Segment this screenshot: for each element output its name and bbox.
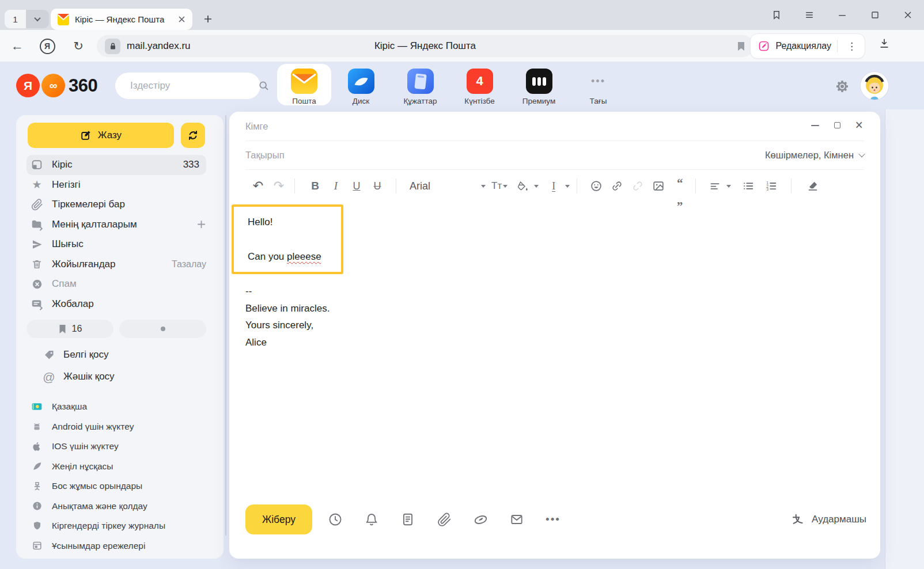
tab-list-button[interactable] — [26, 10, 49, 28]
link-login-journal[interactable]: Кіргендерді тіркеу журналы — [16, 516, 224, 536]
highlighted-text-region[interactable]: Hello! Can you pleeese — [232, 204, 343, 274]
underline-icon[interactable]: U — [346, 176, 367, 196]
bookmarks-pill[interactable]: 16 — [26, 320, 113, 338]
to-field[interactable]: Кімге — [245, 112, 268, 141]
sidebar-item-spam[interactable]: Спам — [16, 274, 224, 294]
body-line-2[interactable]: Can you pleeese — [248, 251, 321, 263]
yandex-home-icon[interactable]: Я — [38, 37, 56, 55]
translator-button[interactable]: Аудармашы — [790, 512, 866, 527]
bookmark-count: 16 — [72, 324, 82, 334]
font-family-select[interactable]: Arial — [410, 180, 486, 192]
reload-icon[interactable]: ↻ — [69, 37, 88, 55]
attach-from-disk-icon[interactable] — [473, 512, 488, 527]
link-ios[interactable]: IOS үшін жүктеу — [16, 437, 224, 457]
template-icon[interactable] — [400, 512, 415, 527]
app-mail[interactable]: Пошта — [277, 64, 331, 105]
user-avatar[interactable] — [861, 72, 888, 100]
app-disk[interactable]: Диск — [331, 64, 391, 105]
search-box[interactable] — [115, 73, 260, 99]
emoji-icon[interactable] — [586, 176, 607, 196]
kazakh-flag-icon — [31, 401, 43, 412]
schedule-send-icon[interactable] — [328, 512, 343, 527]
new-tab-button[interactable] — [199, 10, 217, 28]
add-label-item[interactable]: Белгі қосу — [16, 344, 224, 366]
link-recommendation-rules[interactable]: Ұсынымдар ережелері — [16, 536, 224, 556]
bullet-list-icon[interactable] — [738, 176, 759, 196]
link-vacancies[interactable]: Бос жұмыс орындары — [16, 476, 224, 496]
sidebar-scrollbar[interactable] — [225, 115, 226, 536]
undo-icon[interactable]: ↶ — [248, 176, 268, 196]
add-folder-icon[interactable] — [196, 219, 206, 229]
tab-close-icon[interactable] — [178, 16, 185, 23]
tab-count[interactable]: 1 — [5, 10, 26, 28]
sidebar-item-inbox[interactable]: Кіріс 333 — [26, 155, 206, 175]
search-input[interactable] — [130, 80, 257, 92]
dot-pill[interactable] — [119, 320, 206, 338]
sidebar-item-drafts[interactable]: Жобалар — [16, 294, 224, 314]
bookmarks-panel-icon[interactable] — [771, 9, 782, 21]
bookmark-icon[interactable] — [737, 41, 745, 51]
highlight-color-icon[interactable] — [512, 176, 533, 196]
link-language[interactable]: Қазақша — [16, 397, 224, 417]
minimize-window-icon[interactable] — [836, 9, 848, 21]
back-icon[interactable]: ← — [8, 37, 26, 55]
scrollbar-gutter[interactable] — [885, 109, 924, 569]
sidebar-item-my-folders[interactable]: Менің қалталарым — [16, 215, 224, 235]
address-bar[interactable]: mail.yandex.ru Кіріс — Яндекс Пошта — [97, 35, 753, 57]
search-icon[interactable] — [257, 79, 270, 92]
blockquote-icon[interactable]: “„ — [669, 176, 690, 196]
insert-image-icon[interactable] — [648, 176, 669, 196]
close-compose-icon[interactable]: × — [855, 119, 863, 132]
downloads-icon[interactable] — [878, 37, 891, 50]
settings-gear-icon[interactable] — [834, 78, 850, 94]
link-android[interactable]: Android үшін жүктеу — [16, 417, 224, 437]
sidebar-item-priority[interactable]: ★ Негізгі — [16, 175, 224, 195]
attach-from-mail-icon[interactable] — [509, 512, 524, 527]
signature-block[interactable]: -- Believe in miracles. Yours sincerely,… — [245, 283, 330, 351]
link-light-version[interactable]: Жеңіл нұсқасы — [16, 457, 224, 477]
text-color-icon[interactable]: I — [543, 176, 564, 196]
link-help-support[interactable]: Анықтама және қолдау — [16, 496, 224, 517]
more-actions-icon[interactable]: ••• — [546, 512, 561, 527]
body-line-1[interactable]: Hello! — [248, 217, 272, 228]
maximize-window-icon[interactable] — [869, 9, 881, 21]
app-premium[interactable]: Премиум — [509, 64, 569, 105]
clear-formatting-icon[interactable] — [802, 176, 823, 196]
at-icon: @ — [43, 371, 55, 383]
remove-link-icon[interactable] — [627, 176, 648, 196]
subject-field[interactable]: Тақырып — [245, 141, 285, 169]
add-mailbox-item[interactable]: @ Жәшік қосу — [16, 366, 224, 388]
attach-file-icon[interactable] — [437, 512, 452, 527]
strikethrough-icon[interactable]: U — [367, 176, 388, 196]
app-more[interactable]: ••• Тағы — [569, 64, 628, 105]
sidebar-item-sent[interactable]: Шығыс — [16, 234, 224, 255]
more-options-icon[interactable]: ⋮ — [843, 40, 860, 52]
align-icon[interactable] — [705, 176, 725, 196]
collapse-compose-icon[interactable] — [811, 125, 819, 126]
italic-icon[interactable]: I — [325, 176, 346, 196]
bold-icon[interactable]: B — [305, 176, 325, 196]
tab-counter[interactable]: 1 — [5, 10, 49, 28]
notify-icon[interactable] — [364, 512, 379, 527]
font-size-icon[interactable]: Tт — [491, 180, 502, 192]
menu-icon[interactable] — [804, 9, 815, 21]
redo-icon[interactable]: ↷ — [268, 176, 289, 196]
browser-tab[interactable]: Кіріс — Яндекс Пошта — [51, 9, 192, 30]
clear-trash-link[interactable]: Тазалау — [172, 259, 206, 270]
popout-compose-icon[interactable] — [834, 122, 840, 128]
yandex360-logo[interactable]: Я ∞ 360 — [16, 74, 97, 97]
close-window-icon[interactable] — [902, 9, 914, 21]
app-calendar[interactable]: 4 Күнтізбе — [450, 64, 509, 105]
numbered-list-icon[interactable]: 123 — [761, 176, 782, 196]
misspelled-word[interactable]: pleeese — [287, 251, 321, 262]
app-docs[interactable]: Құжаттар — [391, 64, 450, 105]
edit-button[interactable]: Редакциялау ⋮ — [750, 33, 865, 59]
cc-from-toggle[interactable]: Көшірмелер, Кімнен — [765, 141, 864, 169]
refresh-button[interactable] — [181, 123, 205, 148]
send-button[interactable]: Жіберу — [245, 504, 312, 534]
insert-link-icon[interactable] — [607, 176, 627, 196]
sidebar-item-trash[interactable]: Жойылғандар Тазалау — [16, 255, 224, 275]
sidebar-item-with-attachments[interactable]: Тіркемелері бар — [16, 195, 224, 215]
drafts-icon — [30, 298, 44, 310]
compose-button[interactable]: Жазу — [28, 123, 174, 148]
